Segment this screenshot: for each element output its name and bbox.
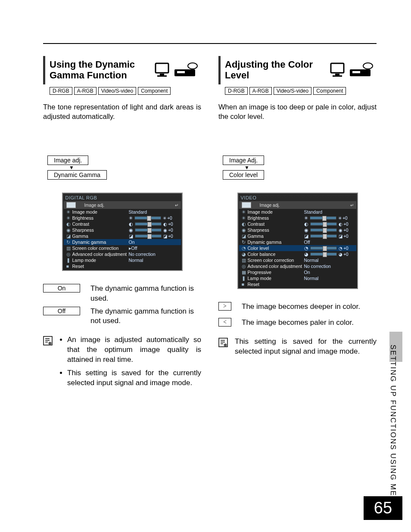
left-column: Using the Dynamic Gamma Function D-RGB A… bbox=[43, 56, 201, 391]
right-column: Adjusting the Color Level D-RGB A-RGB Vi… bbox=[218, 56, 377, 391]
osd-row-value: Normal bbox=[304, 258, 354, 263]
osd-tab-label: Image adj. bbox=[84, 203, 105, 208]
osd-row-label: ✳Image mode bbox=[242, 209, 304, 215]
note-text: An image is adjusted automatically so th… bbox=[67, 335, 201, 365]
left-heading: Using the Dynamic Gamma Function bbox=[43, 56, 201, 84]
osd-row-label: ▥Screen color correction bbox=[66, 246, 129, 251]
osd-row-value: ◪◪ +0 bbox=[304, 233, 354, 239]
right-osd-screenshot: VIDEO Image adj. ↵ ✳Image modeStandard✳B… bbox=[237, 193, 358, 289]
svg-rect-11 bbox=[331, 63, 344, 73]
right-nav-path: Image Adj. ▼ Color level bbox=[223, 156, 377, 180]
content-columns: Using the Dynamic Gamma Function D-RGB A… bbox=[43, 56, 377, 391]
option-desc: The dynamic gamma function is not used. bbox=[90, 307, 201, 326]
page-top-rule bbox=[43, 43, 377, 44]
osd-row-value: ◐◐ +0 bbox=[304, 221, 354, 227]
osd-row: ◐Contrast◐◐ +0 bbox=[239, 221, 356, 227]
osd-row: ■Reset bbox=[239, 281, 356, 287]
left-nav-path: Image adj. ▼ Dynamic Gamma bbox=[47, 156, 201, 180]
osd-row-value: ◕◕ +0 bbox=[304, 252, 354, 257]
badge: D-RGB bbox=[50, 87, 72, 95]
osd-row-label: ▦Progressive bbox=[242, 270, 304, 275]
note-text: This setting is saved for the currently … bbox=[235, 337, 377, 357]
osd-row-value: ◉◉ +0 bbox=[304, 227, 354, 233]
svg-point-3 bbox=[188, 63, 197, 69]
osd-row-label: ❚Lamp mode bbox=[242, 276, 304, 281]
osd-row-value: ✳✳ +0 bbox=[304, 215, 354, 221]
note-body: This setting is saved for the currently … bbox=[235, 337, 377, 357]
nav-box: Dynamic Gamma bbox=[47, 170, 107, 180]
osd-row-label: ◔Color level bbox=[242, 246, 304, 251]
osd-row-label: ↻Dynamic gamma bbox=[242, 240, 304, 245]
osd-row-value: Normal bbox=[304, 276, 354, 281]
osd-row-label: ◐Contrast bbox=[66, 221, 129, 227]
nav-arrow-icon: ▼ bbox=[223, 165, 377, 170]
osd-row-value: No correction bbox=[129, 252, 178, 257]
option-row: < The image becomes paler in color. bbox=[218, 318, 377, 327]
osd-row: ◉Sharpness◉◉ +0 bbox=[239, 227, 356, 233]
osd-row: ▦ProgressiveOn bbox=[239, 269, 356, 275]
osd-title: DIGITAL RGB bbox=[64, 194, 181, 201]
left-input-badges: D-RGB A-RGB Video/S-video Component bbox=[50, 87, 201, 95]
left-osd-screenshot: DIGITAL RGB Image adj. ↵ ✳Image modeStan… bbox=[62, 193, 183, 271]
osd-row: ◎Advanced color adjustmentNo correction bbox=[64, 251, 181, 257]
side-chapter-label: SETTING UP FUNCTIONS USING MENUS bbox=[389, 345, 397, 514]
svg-rect-12 bbox=[335, 74, 339, 75]
left-heading-icons bbox=[154, 62, 198, 78]
monitor-icon bbox=[154, 62, 172, 78]
svg-rect-0 bbox=[156, 63, 168, 73]
badge: Video/S-video bbox=[98, 87, 137, 95]
osd-row: ↻Dynamic gammaOff bbox=[239, 239, 356, 245]
option-desc: The dynamic gamma function is used. bbox=[90, 284, 201, 303]
osd-row: ✳Image modeStandard bbox=[64, 209, 181, 215]
osd-row-label: ❚Lamp mode bbox=[66, 258, 129, 263]
right-input-badges: D-RGB A-RGB Video/S-video Component bbox=[225, 87, 377, 95]
osd-row-value: ▸Off bbox=[129, 246, 178, 251]
right-note: This setting is saved for the currently … bbox=[218, 337, 377, 357]
option-desc: The image becomes deeper in color. bbox=[242, 302, 377, 311]
svg-point-14 bbox=[363, 63, 373, 69]
projector-icon bbox=[174, 62, 198, 78]
badge: Component bbox=[138, 87, 171, 95]
left-note: An image is adjusted automatically so th… bbox=[43, 335, 201, 392]
right-options: > The image becomes deeper in color. < T… bbox=[218, 302, 377, 327]
osd-row: ▥Screen color correction▸Off bbox=[64, 245, 181, 251]
note-body: An image is adjusted automatically so th… bbox=[59, 335, 201, 392]
svg-point-10 bbox=[49, 342, 52, 345]
osd-tab-label: Image adj. bbox=[260, 203, 280, 208]
osd-row: ■Reset bbox=[64, 263, 181, 269]
osd-row: ◕Color balance◕◕ +0 bbox=[239, 251, 356, 257]
osd-row-value: ◉◉ +0 bbox=[129, 227, 178, 233]
option-desc: The image becomes paler in color. bbox=[242, 318, 377, 327]
osd-tab-icon bbox=[66, 202, 76, 208]
osd-row: ✳Brightness✳✳ +0 bbox=[64, 215, 181, 221]
badge: A-RGB bbox=[249, 87, 272, 95]
svg-point-21 bbox=[224, 343, 227, 346]
left-heading-title: Using the Dynamic Gamma Function bbox=[50, 59, 144, 81]
osd-row-label: ✳Image mode bbox=[66, 209, 129, 215]
osd-row-label: ◉Sharpness bbox=[242, 227, 304, 233]
osd-row-label: ▥Screen color correction bbox=[242, 258, 304, 263]
osd-tab-row: Image adj. ↵ bbox=[64, 201, 181, 209]
nav-box: Color level bbox=[223, 170, 264, 180]
osd-row-label: ◪Gamma bbox=[66, 233, 129, 239]
osd-row: ❚Lamp modeNormal bbox=[239, 275, 356, 281]
monitor-icon bbox=[329, 62, 347, 78]
note-icon bbox=[43, 335, 53, 392]
nav-arrow-icon: ▼ bbox=[47, 165, 201, 170]
osd-row: ◎Advanced color adjustmentNo correction bbox=[239, 263, 356, 269]
osd-row: ◉Sharpness◉◉ +0 bbox=[64, 227, 181, 233]
osd-row-value: ◔◔ +0 bbox=[304, 246, 354, 251]
svg-rect-2 bbox=[157, 75, 167, 77]
osd-row-value: On bbox=[304, 270, 354, 275]
svg-rect-1 bbox=[160, 74, 164, 75]
page-number: 65 bbox=[364, 496, 402, 520]
osd-row: ↻Dynamic gammaOn bbox=[64, 239, 181, 245]
osd-row: ◐Contrast◐◐ +0 bbox=[64, 221, 181, 227]
osd-row-value: Standard bbox=[129, 209, 178, 215]
option-key: On bbox=[43, 284, 80, 292]
option-key: > bbox=[218, 302, 231, 311]
osd-row: ◔Color level◔◔ +0 bbox=[239, 245, 356, 251]
nav-box: Image Adj. bbox=[223, 156, 264, 165]
right-heading-title: Adjusting the Color Level bbox=[225, 59, 320, 81]
osd-row-value: ✳✳ +0 bbox=[129, 215, 178, 221]
